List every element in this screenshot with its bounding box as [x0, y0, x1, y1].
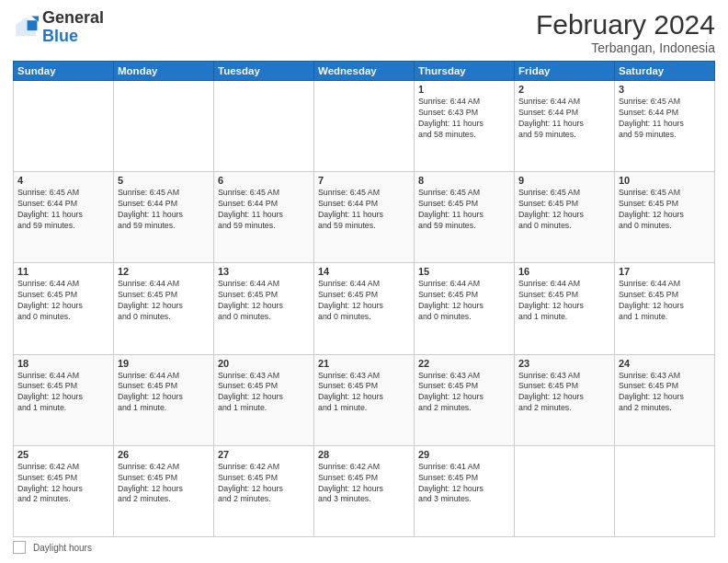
day-number: 22: [418, 358, 510, 369]
col-wednesday: Wednesday: [314, 62, 415, 81]
col-monday: Monday: [114, 62, 214, 81]
col-tuesday: Tuesday: [214, 62, 314, 81]
table-row: 28Sunrise: 6:42 AM Sunset: 6:45 PM Dayli…: [314, 445, 415, 536]
table-row: 25Sunrise: 6:42 AM Sunset: 6:45 PM Dayli…: [14, 445, 114, 536]
table-row: 13Sunrise: 6:44 AM Sunset: 6:45 PM Dayli…: [214, 263, 314, 354]
day-number: 3: [619, 84, 711, 95]
table-row: 20Sunrise: 6:43 AM Sunset: 6:45 PM Dayli…: [214, 354, 314, 445]
day-number: 23: [518, 358, 610, 369]
table-row: 17Sunrise: 6:44 AM Sunset: 6:45 PM Dayli…: [615, 263, 715, 354]
page: General Blue February 2024 Terbangan, In…: [0, 0, 728, 563]
table-row: 18Sunrise: 6:44 AM Sunset: 6:45 PM Dayli…: [14, 354, 114, 445]
day-number: 19: [118, 358, 210, 369]
table-row: [615, 445, 715, 536]
col-friday: Friday: [515, 62, 615, 81]
table-row: 1Sunrise: 6:44 AM Sunset: 6:43 PM Daylig…: [415, 81, 515, 172]
day-info: Sunrise: 6:45 AM Sunset: 6:45 PM Dayligh…: [619, 188, 711, 232]
logo-blue: Blue: [42, 27, 78, 45]
table-row: 8Sunrise: 6:45 AM Sunset: 6:45 PM Daylig…: [415, 172, 515, 263]
day-info: Sunrise: 6:44 AM Sunset: 6:45 PM Dayligh…: [418, 279, 510, 323]
day-number: 24: [619, 358, 711, 369]
calendar-table: Sunday Monday Tuesday Wednesday Thursday…: [13, 61, 715, 537]
location: Terbangan, Indonesia: [536, 40, 715, 55]
day-info: Sunrise: 6:42 AM Sunset: 6:45 PM Dayligh…: [318, 462, 410, 506]
day-info: Sunrise: 6:45 AM Sunset: 6:44 PM Dayligh…: [619, 97, 711, 141]
day-info: Sunrise: 6:43 AM Sunset: 6:45 PM Dayligh…: [518, 371, 610, 415]
month-year: February 2024: [536, 9, 715, 40]
calendar-week-row: 18Sunrise: 6:44 AM Sunset: 6:45 PM Dayli…: [14, 354, 715, 445]
svg-marker-2: [28, 20, 38, 30]
table-row: 4Sunrise: 6:45 AM Sunset: 6:44 PM Daylig…: [14, 172, 114, 263]
table-row: 2Sunrise: 6:44 AM Sunset: 6:44 PM Daylig…: [515, 81, 615, 172]
table-row: 5Sunrise: 6:45 AM Sunset: 6:44 PM Daylig…: [114, 172, 214, 263]
day-info: Sunrise: 6:44 AM Sunset: 6:43 PM Dayligh…: [418, 97, 510, 141]
day-number: 21: [318, 358, 410, 369]
calendar-week-row: 25Sunrise: 6:42 AM Sunset: 6:45 PM Dayli…: [14, 445, 715, 536]
day-number: 29: [418, 449, 510, 460]
table-row: 19Sunrise: 6:44 AM Sunset: 6:45 PM Dayli…: [114, 354, 214, 445]
table-row: [114, 81, 214, 172]
table-row: 22Sunrise: 6:43 AM Sunset: 6:45 PM Dayli…: [415, 354, 515, 445]
day-number: 5: [118, 175, 210, 186]
day-number: 6: [218, 175, 310, 186]
day-info: Sunrise: 6:43 AM Sunset: 6:45 PM Dayligh…: [418, 371, 510, 415]
day-number: 4: [17, 175, 109, 186]
day-number: 20: [218, 358, 310, 369]
table-row: 16Sunrise: 6:44 AM Sunset: 6:45 PM Dayli…: [515, 263, 615, 354]
table-row: 14Sunrise: 6:44 AM Sunset: 6:45 PM Dayli…: [314, 263, 415, 354]
table-row: 15Sunrise: 6:44 AM Sunset: 6:45 PM Dayli…: [415, 263, 515, 354]
day-info: Sunrise: 6:44 AM Sunset: 6:45 PM Dayligh…: [17, 371, 109, 415]
calendar-header-row: Sunday Monday Tuesday Wednesday Thursday…: [14, 62, 715, 81]
table-row: 26Sunrise: 6:42 AM Sunset: 6:45 PM Dayli…: [114, 445, 214, 536]
day-info: Sunrise: 6:44 AM Sunset: 6:45 PM Dayligh…: [619, 279, 711, 323]
col-thursday: Thursday: [415, 62, 515, 81]
day-number: 9: [518, 175, 610, 186]
day-number: 1: [418, 84, 510, 95]
col-saturday: Saturday: [615, 62, 715, 81]
calendar-week-row: 1Sunrise: 6:44 AM Sunset: 6:43 PM Daylig…: [14, 81, 715, 172]
day-info: Sunrise: 6:44 AM Sunset: 6:45 PM Dayligh…: [118, 371, 210, 415]
day-number: 26: [118, 449, 210, 460]
day-number: 15: [418, 266, 510, 277]
day-number: 16: [518, 266, 610, 277]
table-row: [14, 81, 114, 172]
calendar-week-row: 4Sunrise: 6:45 AM Sunset: 6:44 PM Daylig…: [14, 172, 715, 263]
day-info: Sunrise: 6:45 AM Sunset: 6:44 PM Dayligh…: [17, 188, 109, 232]
day-info: Sunrise: 6:44 AM Sunset: 6:45 PM Dayligh…: [17, 279, 109, 323]
header: General Blue February 2024 Terbangan, In…: [13, 9, 715, 55]
table-row: 29Sunrise: 6:41 AM Sunset: 6:45 PM Dayli…: [415, 445, 515, 536]
day-info: Sunrise: 6:44 AM Sunset: 6:45 PM Dayligh…: [118, 279, 210, 323]
calendar-week-row: 11Sunrise: 6:44 AM Sunset: 6:45 PM Dayli…: [14, 263, 715, 354]
day-number: 14: [318, 266, 410, 277]
day-info: Sunrise: 6:41 AM Sunset: 6:45 PM Dayligh…: [418, 462, 510, 506]
generalblue-logo-icon: [13, 15, 39, 40]
day-number: 28: [318, 449, 410, 460]
day-info: Sunrise: 6:45 AM Sunset: 6:45 PM Dayligh…: [418, 188, 510, 232]
day-info: Sunrise: 6:42 AM Sunset: 6:45 PM Dayligh…: [17, 462, 109, 506]
day-number: 27: [218, 449, 310, 460]
day-info: Sunrise: 6:42 AM Sunset: 6:45 PM Dayligh…: [118, 462, 210, 506]
day-number: 12: [118, 266, 210, 277]
table-row: [214, 81, 314, 172]
title-block: February 2024 Terbangan, Indonesia: [536, 9, 715, 55]
day-number: 18: [17, 358, 109, 369]
day-info: Sunrise: 6:44 AM Sunset: 6:45 PM Dayligh…: [218, 279, 310, 323]
day-info: Sunrise: 6:43 AM Sunset: 6:45 PM Dayligh…: [318, 371, 410, 415]
logo-text: General Blue: [42, 9, 104, 46]
table-row: 3Sunrise: 6:45 AM Sunset: 6:44 PM Daylig…: [615, 81, 715, 172]
footer: Daylight hours: [13, 541, 715, 554]
logo: General Blue: [13, 9, 104, 46]
day-info: Sunrise: 6:45 AM Sunset: 6:45 PM Dayligh…: [518, 188, 610, 232]
logo-general: General: [42, 8, 104, 27]
day-number: 11: [17, 266, 109, 277]
daylight-label: Daylight hours: [33, 543, 92, 553]
table-row: 27Sunrise: 6:42 AM Sunset: 6:45 PM Dayli…: [214, 445, 314, 536]
day-info: Sunrise: 6:43 AM Sunset: 6:45 PM Dayligh…: [619, 371, 711, 415]
table-row: 23Sunrise: 6:43 AM Sunset: 6:45 PM Dayli…: [515, 354, 615, 445]
table-row: 9Sunrise: 6:45 AM Sunset: 6:45 PM Daylig…: [515, 172, 615, 263]
day-number: 7: [318, 175, 410, 186]
table-row: 11Sunrise: 6:44 AM Sunset: 6:45 PM Dayli…: [14, 263, 114, 354]
day-info: Sunrise: 6:44 AM Sunset: 6:45 PM Dayligh…: [518, 279, 610, 323]
day-info: Sunrise: 6:45 AM Sunset: 6:44 PM Dayligh…: [218, 188, 310, 232]
day-number: 25: [17, 449, 109, 460]
